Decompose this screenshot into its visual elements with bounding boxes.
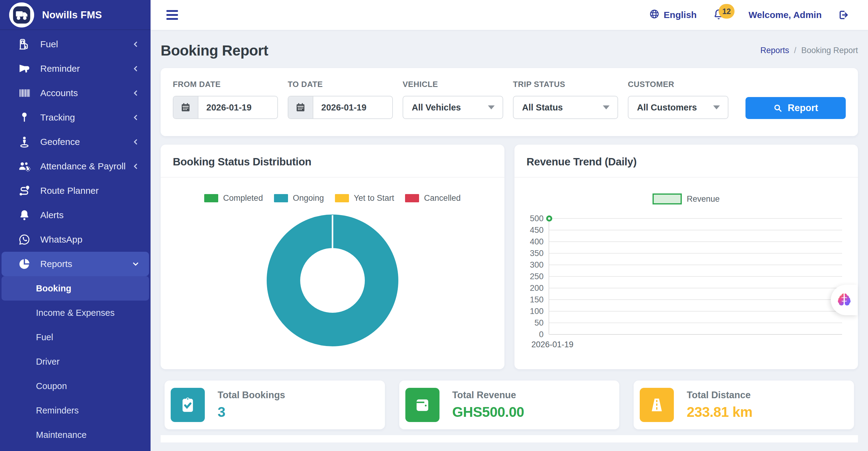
sidebar-subitem-income-expenses[interactable]: Income & Expenses xyxy=(0,301,151,325)
sidebar-item-reminder[interactable]: Reminder xyxy=(0,56,151,81)
report-button[interactable]: Report xyxy=(745,97,846,119)
sidebar-item-accounts[interactable]: Accounts xyxy=(0,81,151,105)
brand: Nowills FMS xyxy=(0,0,151,30)
sidebar-item-route-planner[interactable]: Route Planner xyxy=(0,178,151,203)
vehicle-field: VEHICLE All Vehicles xyxy=(403,80,503,119)
x-axis-label: 2026-01-19 xyxy=(531,340,574,349)
trip-status-select[interactable]: All Status xyxy=(513,96,618,119)
revenue-trend-chart-title: Revenue Trend (Daily) xyxy=(515,145,858,177)
chevron-left-icon xyxy=(131,88,140,97)
report-button-label: Report xyxy=(788,103,818,114)
from-date-input[interactable]: 2026-01-19 xyxy=(173,96,278,119)
sidebar-item-label: Reports xyxy=(40,259,72,269)
stat-value: GHS500.00 xyxy=(452,404,524,420)
caret-down-icon xyxy=(488,106,495,110)
user-menu[interactable]: Welcome, Admin xyxy=(748,10,822,20)
y-tick: 0 xyxy=(539,330,544,339)
sidebar-item-fuel[interactable]: Fuel xyxy=(0,32,151,56)
language-selector[interactable]: English xyxy=(649,9,697,21)
legend-item-yet-to-start[interactable]: Yet to Start xyxy=(335,194,394,203)
chevron-left-icon xyxy=(131,162,140,171)
sidebar-subitem-fuel[interactable]: Fuel xyxy=(0,325,151,349)
brain-icon xyxy=(836,292,852,308)
y-tick: 200 xyxy=(530,283,544,293)
legend-label: Ongoing xyxy=(293,194,324,203)
sidebar-subitem-driver[interactable]: Driver xyxy=(0,349,151,374)
legend-label: Completed xyxy=(223,194,263,203)
from-date-field: FROM DATE 2026-01-19 xyxy=(173,80,278,119)
sidebar-subitem-coupon[interactable]: Coupon xyxy=(0,374,151,398)
revenue-legend: Revenue xyxy=(515,194,858,204)
hamburger-menu-icon[interactable] xyxy=(166,10,178,20)
breadcrumb-separator: / xyxy=(794,46,796,55)
whatsapp-icon xyxy=(17,233,32,246)
fuel-pump-icon xyxy=(17,37,32,51)
chevron-left-icon xyxy=(131,137,140,146)
booking-status-chart-title: Booking Status Distribution xyxy=(161,145,504,177)
chevron-left-icon xyxy=(131,113,140,122)
to-date-input[interactable]: 2026-01-19 xyxy=(288,96,393,119)
to-date-field: TO DATE 2026-01-19 xyxy=(288,80,393,119)
booking-status-donut-chart[interactable] xyxy=(161,215,504,346)
vehicle-select-value: All Vehicles xyxy=(412,103,461,113)
y-tick: 450 xyxy=(530,225,544,235)
legend-item-ongoing[interactable]: Ongoing xyxy=(274,194,324,203)
sidebar: Nowills FMS Fuel Reminder Accounts Track… xyxy=(0,0,151,451)
vehicle-select[interactable]: All Vehicles xyxy=(403,96,503,119)
sidebar-item-label: Tracking xyxy=(40,112,75,123)
trip-status-select-value: All Status xyxy=(522,103,563,113)
caret-down-icon xyxy=(603,106,610,110)
revenue-line-chart[interactable]: 500 450 400 350 300 250 200 150 100 50 0 xyxy=(549,219,842,334)
search-icon xyxy=(773,104,782,113)
sidebar-item-reports[interactable]: Reports xyxy=(2,252,149,276)
y-tick: 350 xyxy=(530,249,544,258)
legend-swatch-yet-to-start xyxy=(335,194,349,202)
legend-item-cancelled[interactable]: Cancelled xyxy=(405,194,461,203)
sidebar-item-attendance-payroll[interactable]: Attendance & Payroll xyxy=(0,154,151,178)
bell-icon xyxy=(17,208,32,222)
sidebar-item-label: WhatsApp xyxy=(40,234,82,245)
street-view-icon xyxy=(17,135,32,149)
trip-status-field: TRIP STATUS All Status xyxy=(513,80,618,119)
revenue-trend-chart-card: Revenue Trend (Daily) Revenue 500 450 40… xyxy=(515,145,858,369)
caret-down-icon xyxy=(713,106,720,110)
legend-swatch-revenue xyxy=(653,194,682,204)
sidebar-subitem-reminders[interactable]: Reminders xyxy=(0,398,151,423)
sidebar-item-whatsapp[interactable]: WhatsApp xyxy=(0,227,151,252)
calendar-icon xyxy=(174,96,198,118)
clipboard-check-icon xyxy=(171,388,205,422)
stat-value: 233.81 km xyxy=(687,404,752,420)
y-tick: 400 xyxy=(530,237,544,247)
route-icon xyxy=(17,184,32,197)
legend-item-completed[interactable]: Completed xyxy=(204,194,263,203)
pie-chart-icon xyxy=(17,257,32,271)
globe-icon xyxy=(649,9,659,21)
sidebar-item-alerts[interactable]: Alerts xyxy=(0,203,151,227)
y-tick: 100 xyxy=(530,307,544,316)
y-tick: 250 xyxy=(530,272,544,281)
sidebar-subitem-maintenance[interactable]: Maintenance xyxy=(0,423,151,447)
vehicle-label: VEHICLE xyxy=(403,80,503,89)
total-revenue-card: Total Revenue GHS500.00 xyxy=(399,380,620,429)
app-logo-truck-icon xyxy=(9,2,34,27)
revenue-data-point xyxy=(546,216,552,222)
customer-select-value: All Customers xyxy=(637,103,697,113)
app-title: Nowills FMS xyxy=(42,9,102,21)
legend-item-revenue[interactable]: Revenue xyxy=(653,194,720,204)
breadcrumb: Reports / Booking Report xyxy=(761,46,858,55)
map-pin-icon xyxy=(17,111,32,124)
sidebar-item-label: Attendance & Payroll xyxy=(40,161,126,171)
sign-out-icon[interactable] xyxy=(838,9,849,21)
sidebar-item-geofence[interactable]: Geofence xyxy=(0,130,151,154)
calendar-icon xyxy=(288,96,313,118)
sidebar-item-label: Route Planner xyxy=(40,186,99,196)
stat-label: Total Revenue xyxy=(452,390,524,401)
legend-label: Revenue xyxy=(687,194,720,204)
customer-select[interactable]: All Customers xyxy=(628,96,728,119)
sidebar-subitem-booking[interactable]: Booking xyxy=(2,276,149,301)
notifications-button[interactable]: 12 xyxy=(713,8,733,22)
y-tick: 150 xyxy=(530,295,544,305)
breadcrumb-reports-link[interactable]: Reports xyxy=(761,46,789,55)
sidebar-menu: Fuel Reminder Accounts Tracking Geofence… xyxy=(0,30,151,447)
sidebar-item-tracking[interactable]: Tracking xyxy=(0,105,151,130)
